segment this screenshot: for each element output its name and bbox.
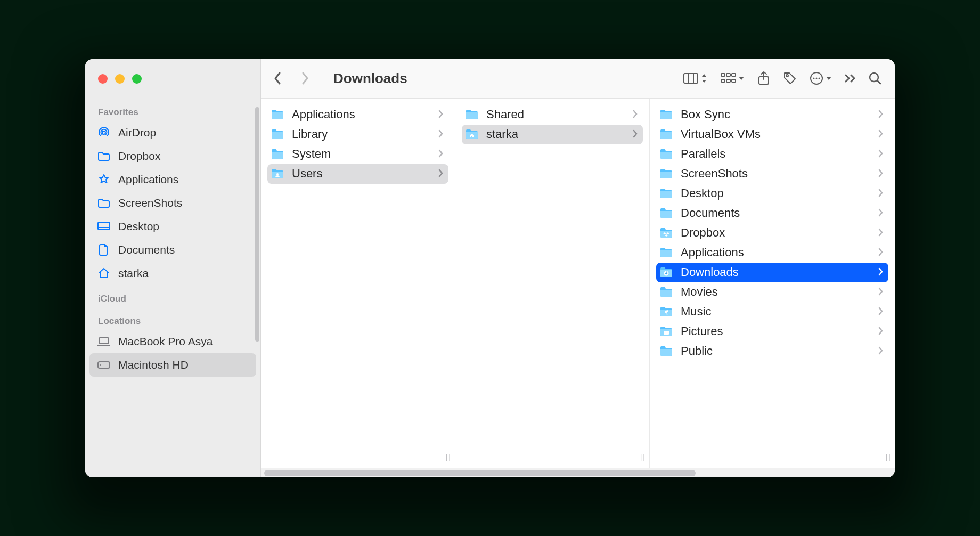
folder-music-icon <box>659 306 673 318</box>
chevron-right-icon <box>878 206 883 220</box>
folder-icon <box>271 148 284 160</box>
folder-pictures-icon <box>659 326 673 337</box>
folder-row-starka[interactable]: starka <box>462 125 643 144</box>
folder-row[interactable]: Public <box>656 342 888 361</box>
folder-row[interactable]: Applications <box>656 243 888 263</box>
chevron-right-icon <box>878 344 883 358</box>
overflow-button[interactable] <box>845 74 855 83</box>
disk-icon <box>97 358 111 372</box>
sidebar-label: Macintosh HD <box>118 359 189 371</box>
folder-icon <box>271 128 284 140</box>
sidebar-item-applications[interactable]: Applications <box>89 168 256 191</box>
folder-label: Applications <box>292 108 355 121</box>
sidebar-label: starka <box>118 267 149 280</box>
svg-point-19 <box>813 78 815 79</box>
horizontal-scrollbar-thumb[interactable] <box>264 470 696 476</box>
forward-button[interactable] <box>297 70 313 86</box>
column-3[interactable]: Box Sync VirtualBox VMs Parallels Screen… <box>650 99 895 477</box>
svg-point-24 <box>276 173 279 175</box>
window-controls <box>85 74 260 84</box>
chevron-right-icon <box>878 147 883 161</box>
chevron-right-icon <box>878 285 883 299</box>
folder-label: ScreenShots <box>681 167 748 181</box>
folder-label: Documents <box>681 206 740 220</box>
column-resize-handle[interactable]: || <box>886 453 892 461</box>
sidebar-heading-favorites: Favorites <box>89 101 256 121</box>
folder-row[interactable]: Movies <box>656 282 888 302</box>
folder-label: Parallels <box>681 147 725 161</box>
chevron-right-icon <box>878 324 883 338</box>
minimize-window-button[interactable] <box>115 74 125 84</box>
folder-label: Shared <box>486 108 524 121</box>
folder-label: Users <box>292 167 322 181</box>
sidebar-item-macbook[interactable]: MacBook Pro Asya <box>89 330 256 353</box>
folder-label: System <box>292 147 331 161</box>
airdrop-icon <box>97 126 111 140</box>
chevron-right-icon <box>878 226 883 240</box>
sidebar-label: Dropbox <box>118 150 160 163</box>
sidebar-scrollbar[interactable] <box>255 107 259 342</box>
folder-row[interactable]: System <box>267 144 448 164</box>
sidebar: Favorites AirDrop Dropbox Applications <box>85 59 261 477</box>
folder-dropbox-icon <box>659 227 673 239</box>
horizontal-scrollbar[interactable] <box>261 468 895 477</box>
chevron-right-icon <box>878 305 883 319</box>
folder-icon <box>97 149 111 163</box>
sidebar-item-dropbox[interactable]: Dropbox <box>89 144 256 168</box>
folder-row-users[interactable]: Users <box>267 164 448 184</box>
folder-row[interactable]: Music <box>656 302 888 322</box>
close-window-button[interactable] <box>98 74 108 84</box>
folder-icon <box>659 109 673 120</box>
folder-icon <box>271 109 284 120</box>
folder-row[interactable]: Applications <box>267 105 448 125</box>
folder-icon <box>97 196 111 210</box>
more-actions-button[interactable] <box>810 71 832 85</box>
folder-users-icon <box>271 168 284 180</box>
share-button[interactable] <box>757 71 770 86</box>
sidebar-item-airdrop[interactable]: AirDrop <box>89 121 256 144</box>
folder-row[interactable]: ScreenShots <box>656 164 888 184</box>
svg-rect-11 <box>726 74 730 76</box>
folder-row[interactable]: Library <box>267 125 448 144</box>
column-resize-handle[interactable]: || <box>446 453 452 461</box>
sidebar-item-macintosh-hd[interactable]: Macintosh HD <box>89 353 256 377</box>
sidebar-item-documents[interactable]: Documents <box>89 238 256 262</box>
svg-rect-1 <box>98 222 110 230</box>
column-resize-handle[interactable]: || <box>640 453 646 461</box>
svg-point-20 <box>816 78 818 79</box>
applications-icon <box>97 173 111 186</box>
folder-row[interactable]: Dropbox <box>656 223 888 243</box>
sidebar-label: Applications <box>118 173 178 186</box>
folder-row[interactable]: Pictures <box>656 322 888 342</box>
folder-row[interactable]: Box Sync <box>656 105 888 125</box>
tags-button[interactable] <box>783 71 797 85</box>
folder-row[interactable]: Documents <box>656 204 888 223</box>
back-button[interactable] <box>270 70 285 86</box>
sidebar-item-home[interactable]: starka <box>89 262 256 285</box>
folder-row[interactable]: Parallels <box>656 144 888 164</box>
folder-icon <box>659 148 673 160</box>
sidebar-item-desktop[interactable]: Desktop <box>89 215 256 238</box>
search-button[interactable] <box>868 71 882 85</box>
sidebar-label: MacBook Pro Asya <box>118 335 213 348</box>
folder-label: Movies <box>681 285 718 299</box>
laptop-icon <box>97 335 111 348</box>
folder-row[interactable]: VirtualBox VMs <box>656 125 888 144</box>
column-1[interactable]: Applications Library System Users <box>261 99 455 477</box>
folder-icon <box>659 128 673 140</box>
folder-icon <box>659 207 673 219</box>
column-2[interactable]: Shared starka || <box>455 99 650 477</box>
sidebar-item-screenshots[interactable]: ScreenShots <box>89 191 256 215</box>
folder-label: Library <box>292 127 328 141</box>
view-mode-button[interactable] <box>683 72 707 85</box>
folder-row[interactable]: Shared <box>462 105 643 125</box>
folder-icon <box>659 168 673 180</box>
folder-row-downloads[interactable]: Downloads <box>656 263 888 282</box>
content-area: Downloads <box>261 59 895 477</box>
svg-point-0 <box>102 131 105 134</box>
group-button[interactable] <box>720 72 745 84</box>
folder-row[interactable]: Desktop <box>656 184 888 204</box>
fullscreen-window-button[interactable] <box>132 74 142 84</box>
folder-label: Public <box>681 344 713 358</box>
folder-downloads-icon <box>659 266 673 278</box>
